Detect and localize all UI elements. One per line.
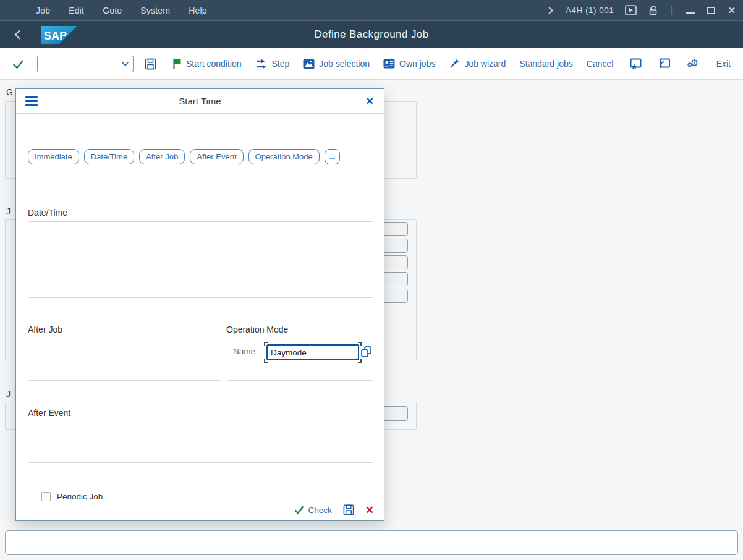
dialog-close-icon[interactable]: ✕: [366, 95, 374, 107]
back-icon[interactable]: [14, 28, 22, 41]
status-bar: [5, 530, 738, 555]
menu: JobEditGotoSystemHelp: [36, 6, 226, 15]
dropdown-chevron-icon[interactable]: [121, 58, 129, 69]
value-help-icon[interactable]: [360, 345, 372, 361]
job-wizard-button[interactable]: Job wizard: [449, 58, 506, 69]
cancel-button[interactable]: Cancel: [587, 59, 614, 69]
check-button[interactable]: Check: [294, 506, 331, 515]
chevron-right-icon[interactable]: [547, 6, 554, 15]
dialog-save-button[interactable]: [343, 504, 354, 515]
standard-jobs-button[interactable]: Standard jobs: [519, 59, 572, 69]
immediate-button[interactable]: Immediate: [28, 149, 79, 164]
after-event-groupbox: [28, 422, 373, 463]
sap-logo-text: SAP: [44, 30, 67, 42]
dialog-title: Start Time: [16, 96, 384, 106]
exit-button[interactable]: Exit: [716, 59, 731, 69]
check-icon: [294, 506, 304, 514]
date-time-button[interactable]: Date/Time: [84, 149, 134, 164]
selection-corner-mark: [264, 359, 268, 363]
bg-group-label-job2: J: [6, 389, 11, 399]
selection-corner-mark: [264, 342, 268, 346]
datetime-groupbox: [28, 221, 373, 298]
command-field[interactable]: [37, 56, 134, 72]
settings-gears-icon[interactable]: ⚙⚙: [687, 57, 700, 70]
selection-corner-mark: [358, 359, 362, 363]
play-box-icon[interactable]: [625, 5, 637, 15]
start-time-dialog: Start Time ✕ Immediate Date/Time After J…: [15, 88, 384, 521]
bg-group-label-general: G: [6, 87, 13, 97]
job-selection-button[interactable]: Job selection: [303, 59, 370, 69]
dialog-footer: Check ✕: [16, 499, 384, 520]
job-selection-icon: [303, 59, 315, 69]
flag-icon: [172, 58, 182, 69]
dialog-body: Immediate Date/Time After Job After Even…: [16, 114, 384, 499]
dialog-menu-icon[interactable]: [25, 96, 38, 106]
dialog-cancel-icon[interactable]: ✕: [365, 504, 374, 517]
operation-mode-name-input[interactable]: [266, 344, 359, 360]
menu-item-system[interactable]: System: [140, 6, 170, 15]
name-label: Name: [233, 344, 264, 360]
operation-mode-button[interactable]: Operation Mode: [248, 149, 320, 164]
system-session-info: A4H (1) 001: [566, 6, 614, 15]
menubar: JobEditGotoSystemHelp A4H (1) 001 | ✕: [0, 0, 743, 20]
toolbar-right: ⚙⚙ Exit: [630, 57, 731, 70]
unlock-icon[interactable]: [648, 5, 659, 16]
command-input[interactable]: [38, 56, 116, 72]
app-toolbar: Start condition Step Job selection Own j…: [0, 48, 743, 80]
own-jobs-icon: [383, 59, 395, 69]
operation-mode-groupbox: Name: [227, 341, 373, 381]
menu-item-help[interactable]: Help: [189, 6, 207, 15]
wizard-icon: [449, 58, 460, 69]
sap-gui-window: JobEditGotoSystemHelp A4H (1) 001 | ✕: [0, 0, 743, 560]
page-title: Define Background Job: [0, 28, 743, 41]
shortcut-window-icon[interactable]: [658, 58, 671, 69]
step-button[interactable]: Step: [255, 59, 290, 69]
menu-item-goto[interactable]: Goto: [103, 6, 122, 15]
menubar-right: A4H (1) 001 | ✕: [547, 5, 736, 16]
operation-mode-section-label: Operation Mode: [226, 325, 288, 334]
dialog-header: Start Time ✕: [16, 89, 384, 114]
step-icon: [255, 59, 268, 69]
enter-check-icon[interactable]: [12, 59, 25, 69]
save-icon: [343, 504, 354, 515]
maximize-icon[interactable]: [707, 7, 715, 14]
close-icon[interactable]: ✕: [728, 5, 736, 16]
sap-logo[interactable]: SAP: [41, 26, 77, 44]
titlebar: SAP Define Background Job: [0, 20, 743, 48]
start-type-buttons: Immediate Date/Time After Job After Even…: [28, 149, 340, 164]
hamburger-menu-icon[interactable]: [7, 6, 21, 15]
menu-item-edit[interactable]: Edit: [69, 6, 84, 15]
selection-corner-mark: [358, 342, 362, 346]
save-button[interactable]: [145, 58, 156, 70]
operation-mode-name-row: Name: [233, 344, 372, 361]
after-event-button[interactable]: After Event: [190, 149, 243, 164]
after-job-section-label: After Job: [28, 325, 62, 334]
datetime-section-label: Date/Time: [28, 208, 67, 218]
menu-item-job[interactable]: Job: [36, 6, 50, 15]
name-field-wrap: [266, 344, 359, 360]
minimize-icon[interactable]: [686, 7, 695, 14]
divider: |: [670, 5, 673, 16]
after-job-button[interactable]: After Job: [139, 149, 185, 164]
after-job-groupbox: [28, 341, 221, 381]
start-condition-button[interactable]: Start condition: [172, 58, 242, 69]
bg-group-label-job1: J: [6, 206, 11, 216]
new-session-icon[interactable]: [630, 58, 642, 70]
after-event-section-label: After Event: [28, 408, 70, 418]
more-arrow-button[interactable]: →: [325, 149, 340, 164]
own-jobs-button[interactable]: Own jobs: [383, 59, 435, 69]
save-icon: [145, 58, 156, 70]
window-controls: ✕: [686, 5, 736, 16]
